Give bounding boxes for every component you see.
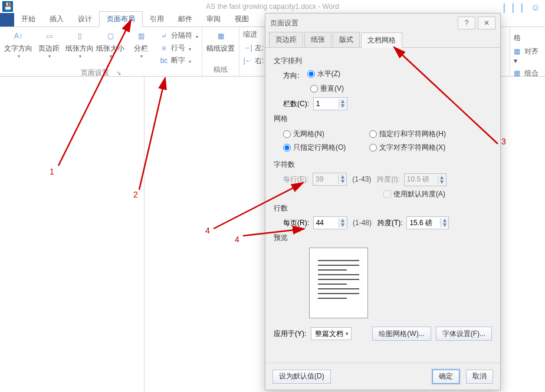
- hyphenation-icon: bc: [159, 56, 169, 65]
- dlg-tab-grid[interactable]: 文档网格: [361, 32, 402, 48]
- group-arrange: 格 对齐 ▾ 组合 ▾ 旋转 ▾: [510, 27, 545, 77]
- spinner-icon: ▴▾: [338, 174, 346, 184]
- radio-line-char[interactable]: 指定行和字符网格(H): [369, 129, 446, 139]
- annotation-2: 2: [133, 190, 138, 199]
- radio-horizontal[interactable]: 水平(Z): [307, 69, 340, 79]
- annotation-1: 1: [50, 167, 54, 176]
- indent-left-icon: →|: [243, 43, 252, 52]
- align-button[interactable]: 对齐 ▾: [514, 47, 541, 65]
- per-page-field[interactable]: ▴▾: [313, 216, 347, 229]
- font-settings-button[interactable]: 字体设置(F)...: [436, 327, 492, 341]
- apply-to-label: 应用于(Y):: [274, 329, 306, 339]
- section-grid: 网格: [274, 114, 492, 124]
- dialog-footer: 设为默认值(D) 确定 取消: [265, 363, 500, 390]
- per-line-label: 每行(E):: [283, 175, 308, 183]
- section-lines: 行数: [274, 203, 492, 213]
- columns-button[interactable]: ▥ 分栏: [126, 29, 156, 67]
- per-line-range: (1-43): [352, 175, 371, 183]
- section-text-direction: 文字排列: [274, 56, 492, 66]
- pitch-i-field: ▴▾: [404, 173, 446, 186]
- indent-left-label: 左:: [255, 43, 264, 53]
- tab-mail[interactable]: 邮件: [171, 12, 199, 27]
- direction-label: 方向:: [283, 71, 299, 80]
- line-numbers-button[interactable]: ≡行号: [159, 43, 198, 53]
- close-button[interactable]: ✕: [478, 17, 495, 29]
- preview-pane: [309, 248, 368, 318]
- ok-button[interactable]: 确定: [432, 370, 459, 384]
- annotation-4b: 4: [235, 235, 239, 244]
- hyphenation-button[interactable]: bc断字: [159, 55, 198, 65]
- dialog-title-bar[interactable]: 页面设置 ? ✕: [265, 14, 500, 32]
- group-genko: ▦ 稿纸设置 稿纸: [202, 27, 239, 76]
- indent-right-icon: |←: [243, 56, 252, 65]
- tab-view[interactable]: 视图: [228, 12, 256, 27]
- annotation-3: 3: [501, 137, 506, 146]
- breaks-button[interactable]: ⤶分隔符: [159, 31, 198, 41]
- file-tab[interactable]: [0, 12, 14, 27]
- spinner-icon: ▴▾: [438, 175, 446, 185]
- tab-references[interactable]: 引用: [143, 12, 171, 27]
- text-direction-button[interactable]: A↕ 文字方向: [4, 29, 33, 67]
- group-page-setup: A↕ 文字方向 ▭ 页边距 ▯ 纸张方向 ▢ 纸张大小 ▥ 分栏 ⤶分隔符 ≡行…: [0, 27, 202, 76]
- margins-icon: ▭: [42, 29, 55, 42]
- margins-button[interactable]: ▭ 页边距: [34, 29, 64, 67]
- per-page-label: 每页(R):: [283, 219, 309, 227]
- genko-icon: ▦: [214, 29, 227, 42]
- radio-no-grid[interactable]: 无网格(N): [283, 129, 324, 139]
- cancel-button[interactable]: 取消: [466, 370, 493, 384]
- help-button[interactable]: ?: [458, 17, 475, 29]
- pitch-i-label: 跨度(I):: [377, 175, 400, 183]
- tab-design[interactable]: 设计: [71, 12, 99, 27]
- spinner-icon[interactable]: ▴▾: [339, 99, 347, 108]
- drawing-grid-button[interactable]: 绘图网格(W)...: [372, 327, 431, 341]
- annotation-4a: 4: [205, 226, 210, 235]
- title-right-icons: ❘❘❘ ☺: [500, 1, 541, 14]
- pitch-t-label: 跨度(T):: [377, 219, 403, 227]
- columns-label: 栏数(C):: [283, 100, 309, 108]
- dialog-tabs: 页边距 纸张 版式 文档网格: [265, 32, 500, 48]
- breaks-icon: ⤶: [159, 31, 169, 41]
- radio-vertical[interactable]: 垂直(V): [310, 84, 344, 94]
- arrange-truncated-label: 格: [514, 33, 541, 43]
- tab-review[interactable]: 审阅: [199, 12, 228, 27]
- dialog-title: 页面设置: [270, 18, 298, 28]
- group-label-genko: 稿纸: [214, 65, 228, 75]
- dlg-tab-layout[interactable]: 版式: [333, 32, 360, 47]
- per-line-field: ▴▾: [313, 173, 347, 186]
- dlg-tab-margins[interactable]: 页边距: [269, 32, 303, 47]
- title-bar: 💾 AS the fast growing capacity1.docx - W…: [0, 0, 545, 13]
- spinner-icon[interactable]: ▴▾: [339, 218, 347, 228]
- page-setup-dialog-launcher[interactable]: ↘: [116, 70, 121, 76]
- page-edge-line: [144, 77, 145, 392]
- indent-right-label: 右:: [255, 56, 264, 66]
- section-preview: 预览: [274, 233, 492, 243]
- per-page-range: (1-48): [353, 219, 372, 227]
- pitch-t-field[interactable]: ▴▾: [406, 216, 449, 229]
- apply-to-combo[interactable]: 整篇文档: [311, 327, 352, 340]
- orientation-button[interactable]: ▯ 纸张方向: [65, 29, 94, 67]
- page-setup-dialog: 页面设置 ? ✕ 页边距 纸张 版式 文档网格 文字排列 方向: 水平(Z) 垂…: [265, 13, 501, 390]
- columns-icon: ▥: [134, 29, 147, 42]
- tab-page-layout[interactable]: 页面布局: [99, 11, 143, 27]
- set-default-button[interactable]: 设为默认值(D): [272, 370, 331, 384]
- dialog-body: 文字排列 方向: 水平(Z) 垂直(V) 栏数(C): ▴▾ 网格 无网格: [265, 48, 500, 363]
- genko-settings-button[interactable]: ▦ 稿纸设置: [206, 29, 235, 54]
- section-chars: 字符数: [274, 160, 492, 170]
- tab-home[interactable]: 开始: [14, 12, 42, 27]
- orientation-icon: ▯: [73, 29, 86, 42]
- radio-char-align[interactable]: 文字对齐字符网格(X): [369, 143, 445, 153]
- line-numbers-icon: ≡: [159, 44, 169, 53]
- paper-size-button[interactable]: ▢ 纸张大小: [96, 29, 125, 67]
- text-direction-icon: A↕: [12, 29, 25, 42]
- save-icon[interactable]: 💾: [2, 1, 13, 12]
- spinner-icon[interactable]: ▴▾: [440, 218, 448, 228]
- paper-size-icon: ▢: [104, 29, 117, 42]
- window-title: AS the fast growing capacity1.docx - Wor…: [206, 2, 339, 11]
- chk-default-pitch: 使用默认跨度(A): [383, 189, 445, 199]
- dlg-tab-paper[interactable]: 纸张: [304, 32, 331, 47]
- radio-line-only[interactable]: 只指定行网格(O): [283, 143, 346, 153]
- tab-insert[interactable]: 插入: [42, 12, 71, 27]
- columns-field[interactable]: ▴▾: [313, 97, 347, 110]
